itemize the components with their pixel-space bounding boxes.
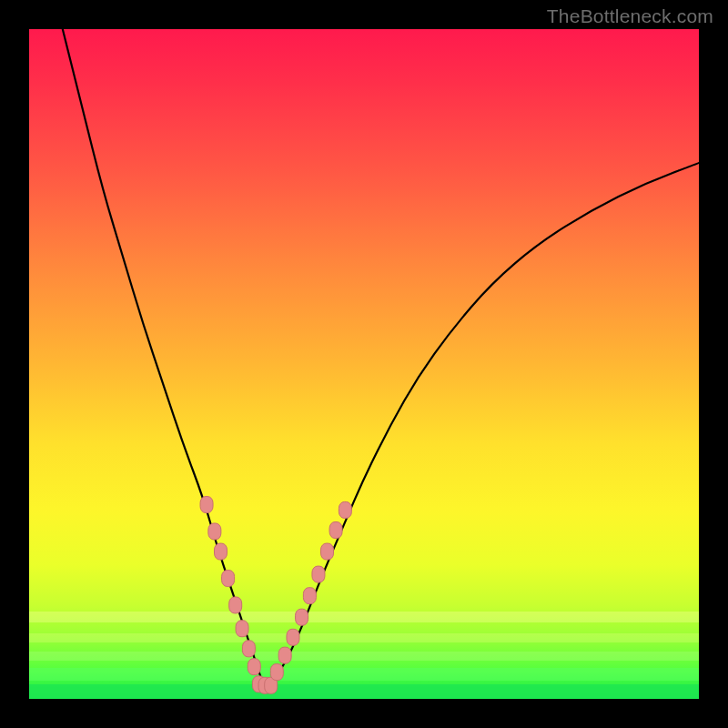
curve-marker (208, 523, 221, 540)
curve-marker (321, 543, 334, 560)
curve-marker (339, 501, 351, 518)
gradient-band (29, 668, 699, 681)
curve-marker (287, 629, 299, 645)
marker-cluster (200, 497, 351, 694)
bottleneck-curve (63, 29, 699, 685)
curve-marker (229, 597, 242, 613)
curve-marker (329, 522, 342, 539)
watermark-text: TheBottleneck.com (547, 5, 713, 27)
curve-marker (200, 497, 213, 513)
curve-marker (270, 664, 283, 681)
plot-area (29, 29, 699, 699)
curve-marker (296, 609, 308, 625)
gradient-band (29, 684, 699, 699)
curve-marker (222, 571, 235, 587)
curve-marker (278, 647, 291, 663)
curve-layer (29, 29, 699, 699)
curve-marker (215, 543, 228, 560)
curve-marker (242, 641, 255, 657)
curve-marker (236, 621, 248, 637)
curve-marker (265, 677, 278, 693)
curve-marker (252, 676, 265, 693)
curve-marker (248, 659, 260, 675)
gradient-band (29, 633, 699, 642)
curve-marker (303, 588, 316, 604)
curve-marker (312, 566, 325, 582)
gradient-band (29, 612, 699, 622)
chart-frame: TheBottleneck.com (0, 0, 728, 728)
gradient-band (29, 652, 699, 661)
curve-marker (258, 677, 271, 693)
